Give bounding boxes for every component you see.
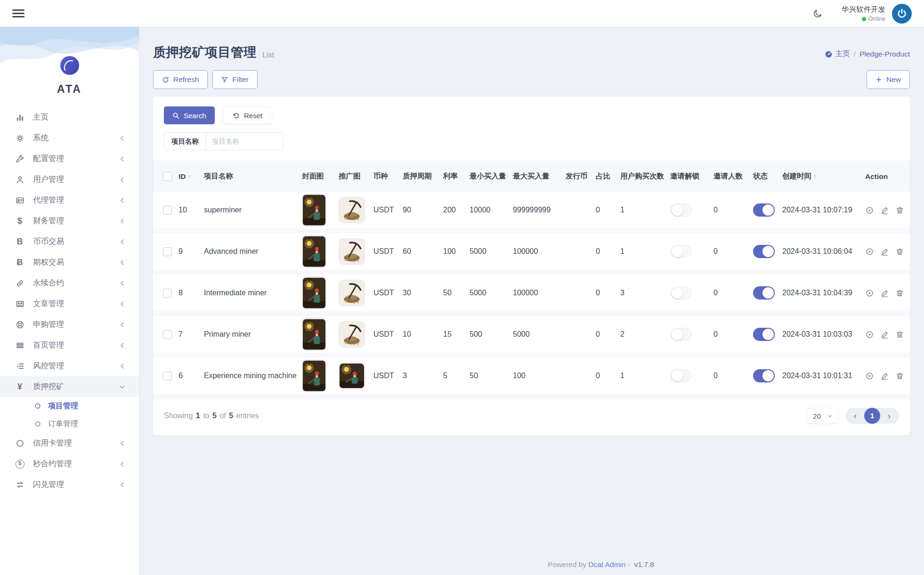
invite-unlock-toggle[interactable]: [670, 369, 692, 382]
select-all-checkbox[interactable]: [163, 172, 172, 181]
cover-image[interactable]: [298, 316, 335, 353]
sidebar-item-10[interactable]: 申购管理: [0, 314, 139, 335]
sidebar-subitem-13-1[interactable]: 订单管理: [0, 415, 139, 433]
sidebar-item-2[interactable]: 配置管理: [0, 148, 139, 169]
status-toggle[interactable]: [753, 328, 775, 341]
cell-status: [749, 192, 778, 228]
row-checkbox[interactable]: [163, 247, 172, 256]
cover-image[interactable]: [298, 357, 335, 394]
edit-button[interactable]: [880, 372, 889, 381]
edit-button[interactable]: [880, 206, 889, 215]
page-1-button[interactable]: 1: [864, 408, 880, 424]
avatar[interactable]: [892, 4, 912, 24]
refresh-button[interactable]: Refresh: [153, 70, 208, 89]
delete-button[interactable]: [895, 372, 904, 381]
cell-max-buy: 100: [509, 357, 562, 394]
promo-image[interactable]: [335, 233, 370, 270]
promo-image[interactable]: [335, 357, 370, 394]
next-page-button[interactable]: ›: [882, 409, 896, 423]
view-button[interactable]: [865, 247, 874, 256]
sidebar-item-4[interactable]: 代理管理: [0, 190, 139, 211]
sidebar-item-3[interactable]: 用户管理: [0, 169, 139, 190]
cell-coin: USDT: [370, 233, 399, 270]
cell-status: [749, 275, 778, 311]
filter-button[interactable]: Filter: [212, 70, 257, 89]
invite-unlock-toggle[interactable]: [670, 245, 692, 258]
edit-button[interactable]: [880, 289, 889, 298]
sidebar-item-5[interactable]: $财务管理: [0, 211, 139, 231]
cell-created-at: 2024-03-31 10:01:31: [778, 357, 861, 394]
cell-checkbox: [153, 316, 175, 353]
cell-rate: 200: [439, 192, 466, 228]
user-menu[interactable]: 华兴软件开发 Online: [842, 5, 885, 22]
row-checkbox[interactable]: [163, 289, 172, 298]
sidebar-item-6[interactable]: B币币交易: [0, 231, 139, 252]
view-button[interactable]: [865, 372, 874, 381]
sidebar-item-label: 质押挖矿: [33, 381, 64, 392]
sort-asc-icon[interactable]: ↑: [188, 173, 191, 180]
project-name-input[interactable]: [206, 132, 284, 150]
cover-image[interactable]: [298, 275, 335, 311]
delete-button[interactable]: [895, 330, 904, 339]
new-button[interactable]: New: [867, 70, 910, 89]
sidebar-item-7[interactable]: Ƀ期权交易: [0, 252, 139, 273]
status-toggle[interactable]: [753, 203, 775, 217]
sidebar-subitem-13-0[interactable]: 项目管理: [0, 397, 139, 415]
invite-unlock-toggle[interactable]: [670, 328, 692, 341]
view-button[interactable]: [865, 330, 874, 339]
row-checkbox[interactable]: [163, 330, 172, 339]
cover-image[interactable]: [298, 233, 335, 270]
plus-icon: [875, 76, 882, 83]
status-toggle[interactable]: [753, 286, 775, 300]
sidebar-toggle-button[interactable]: [12, 7, 24, 19]
prev-page-button[interactable]: ‹: [848, 409, 862, 423]
sidebar-item-0[interactable]: 主页: [0, 107, 139, 128]
sidebar-item-12[interactable]: 风控管理: [0, 356, 139, 376]
delete-button[interactable]: [895, 247, 904, 256]
delete-button[interactable]: [895, 206, 904, 215]
breadcrumb-current[interactable]: Pledge-Product: [859, 50, 910, 58]
sidebar-item-1[interactable]: 系统: [0, 128, 139, 148]
cell-invite-unlock: [666, 192, 710, 228]
sidebar-item-8[interactable]: 永续合约: [0, 273, 139, 293]
sidebar-item-15[interactable]: 5秒合约管理: [0, 454, 139, 474]
dcat-admin-link[interactable]: Dcat Admin: [588, 560, 625, 568]
view-button[interactable]: [865, 206, 874, 215]
breadcrumb-home-link[interactable]: 主页: [825, 49, 850, 59]
edit-button[interactable]: [880, 247, 889, 256]
per-page-select[interactable]: 20: [807, 408, 839, 424]
sidebar-item-9[interactable]: 文章管理: [0, 293, 139, 314]
cell-status: [749, 357, 778, 394]
sort-asc-icon[interactable]: ↑: [813, 172, 817, 180]
promo-image[interactable]: [335, 316, 370, 353]
grid-card: Search Reset 项目名称: [153, 97, 910, 435]
column-header-1[interactable]: ID↑: [175, 165, 200, 187]
column-header-16[interactable]: 创建时间↑: [778, 165, 861, 187]
dark-mode-icon[interactable]: [813, 8, 823, 18]
edit-button[interactable]: [880, 330, 889, 339]
row-checkbox[interactable]: [163, 372, 172, 381]
reset-button[interactable]: Reset: [223, 106, 272, 124]
sidebar-item-label: 风控管理: [33, 361, 64, 371]
search-button[interactable]: Search: [164, 106, 215, 124]
status-toggle[interactable]: [753, 245, 775, 258]
status-toggle[interactable]: [753, 369, 775, 382]
row-checkbox[interactable]: [163, 206, 172, 215]
sidebar-item-16[interactable]: 闪兑管理: [0, 474, 139, 495]
sidebar-item-label: 配置管理: [33, 154, 64, 164]
sidebar-item-11[interactable]: 首页管理: [0, 335, 139, 356]
invite-unlock-toggle[interactable]: [670, 286, 692, 300]
sidebar-item-14[interactable]: 信用卡管理: [0, 433, 139, 454]
invite-unlock-toggle[interactable]: [670, 203, 692, 217]
sidebar-item-13[interactable]: ¥质押挖矿: [0, 376, 139, 397]
view-button[interactable]: [865, 289, 874, 298]
promo-image[interactable]: [335, 192, 370, 228]
cell-name: Intermediate miner: [200, 275, 298, 311]
chart-icon: [14, 113, 25, 122]
column-header-14: 邀请人数: [710, 165, 749, 187]
cover-image[interactable]: [298, 192, 335, 228]
cell-checkbox: [153, 233, 175, 270]
five-icon: 5: [14, 460, 25, 469]
promo-image[interactable]: [335, 275, 370, 311]
delete-button[interactable]: [895, 289, 904, 298]
